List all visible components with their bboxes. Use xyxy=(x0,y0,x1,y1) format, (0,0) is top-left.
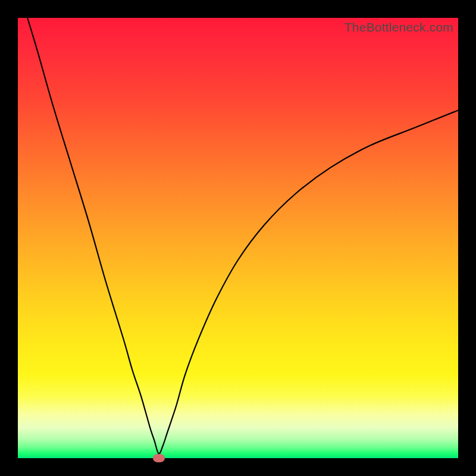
plot-area: TheBottleneck.com xyxy=(18,18,458,458)
min-marker-icon xyxy=(153,454,165,462)
curve-layer xyxy=(18,18,458,458)
bottleneck-curve-path xyxy=(18,18,458,454)
chart-frame: TheBottleneck.com xyxy=(0,0,476,476)
